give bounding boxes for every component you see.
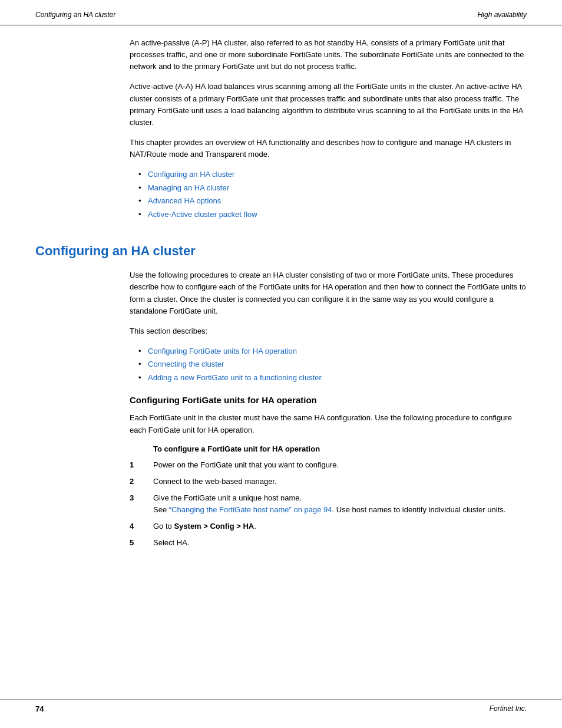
steps-list: 1 Power on the FortiGate unit that you w… (130, 459, 527, 549)
step-number: 1 (130, 459, 134, 471)
step-3-see-prefix: See (153, 505, 169, 514)
step-number: 2 (130, 476, 134, 487)
list-item: Advanced HA options (138, 195, 527, 207)
sub-section-heading: Configuring FortiGate units for HA opera… (130, 395, 527, 405)
list-item: Adding a new FortiGate unit to a functio… (138, 372, 527, 384)
step-3-text: Give the FortiGate unit a unique host na… (153, 493, 505, 514)
step-2: 2 Connect to the web-based manager. (130, 476, 527, 487)
step-3-main: Give the FortiGate unit a unique host na… (153, 493, 302, 502)
page-content: An active-passive (A-P) HA cluster, also… (0, 25, 562, 581)
page-footer: 74 Fortinet Inc. (0, 699, 562, 713)
step-5-text: Select HA. (153, 538, 189, 547)
intro-paragraph-2: Active-active (A-A) HA load balances vir… (130, 81, 527, 129)
page: Configuring an HA cluster High availabil… (0, 0, 562, 728)
procedure-heading: To configure a FortiGate unit for HA ope… (153, 444, 527, 453)
section-link-2[interactable]: Connecting the cluster (148, 360, 224, 368)
toc-link-3[interactable]: Advanced HA options (148, 196, 221, 205)
section-link-1[interactable]: Configuring FortiGate units for HA opera… (148, 347, 297, 355)
toc-link-1[interactable]: Configuring an HA cluster (148, 170, 234, 179)
list-item: Managing an HA cluster (138, 182, 527, 194)
step-3-after-link: . Use host names to identify individual … (332, 505, 506, 514)
list-item: Active-Active cluster packet flow (138, 209, 527, 220)
step-4: 4 Go to System > Config > HA. (130, 521, 527, 532)
page-number: 74 (35, 704, 44, 713)
step-2-text: Connect to the web-based manager. (153, 477, 277, 486)
section-heading: Configuring an HA cluster (35, 238, 527, 259)
section-describes-label: This section describes: (130, 325, 527, 337)
section-intro: Use the following procedures to create a… (130, 269, 527, 317)
intro-paragraph-3: This chapter provides an overview of HA … (130, 137, 527, 160)
step-number: 4 (130, 521, 134, 532)
section-bullet-list: Configuring FortiGate units for HA opera… (138, 345, 527, 384)
toc-link-4[interactable]: Active-Active cluster packet flow (148, 210, 257, 219)
footer-brand: Fortinet Inc. (490, 704, 527, 713)
page-header: Configuring an HA cluster High availabil… (0, 0, 562, 25)
intro-paragraph-1: An active-passive (A-P) HA cluster, also… (130, 37, 527, 73)
step-4-bold: System > Config > HA (174, 522, 254, 531)
step-number: 5 (130, 537, 134, 549)
step-4-text: Go to System > Config > HA. (153, 522, 256, 531)
list-item: Configuring an HA cluster (138, 169, 527, 180)
header-section-title: High availability (478, 11, 527, 19)
toc-list: Configuring an HA cluster Managing an HA… (138, 169, 527, 220)
step-5: 5 Select HA. (130, 537, 527, 549)
sub-section-intro: Each FortiGate unit in the cluster must … (130, 412, 527, 436)
step-1: 1 Power on the FortiGate unit that you w… (130, 459, 527, 471)
step-3: 3 Give the FortiGate unit a unique host … (130, 492, 527, 516)
list-item: Configuring FortiGate units for HA opera… (138, 345, 527, 357)
toc-link-2[interactable]: Managing an HA cluster (148, 183, 229, 192)
step-1-text: Power on the FortiGate unit that you wan… (153, 460, 339, 469)
section-link-3[interactable]: Adding a new FortiGate unit to a functio… (148, 373, 322, 382)
header-chapter-title: Configuring an HA cluster (35, 11, 115, 19)
step-3-link[interactable]: “Changing the FortiGate host name” on pa… (169, 505, 332, 514)
step-number: 3 (130, 492, 134, 504)
list-item: Connecting the cluster (138, 358, 527, 370)
